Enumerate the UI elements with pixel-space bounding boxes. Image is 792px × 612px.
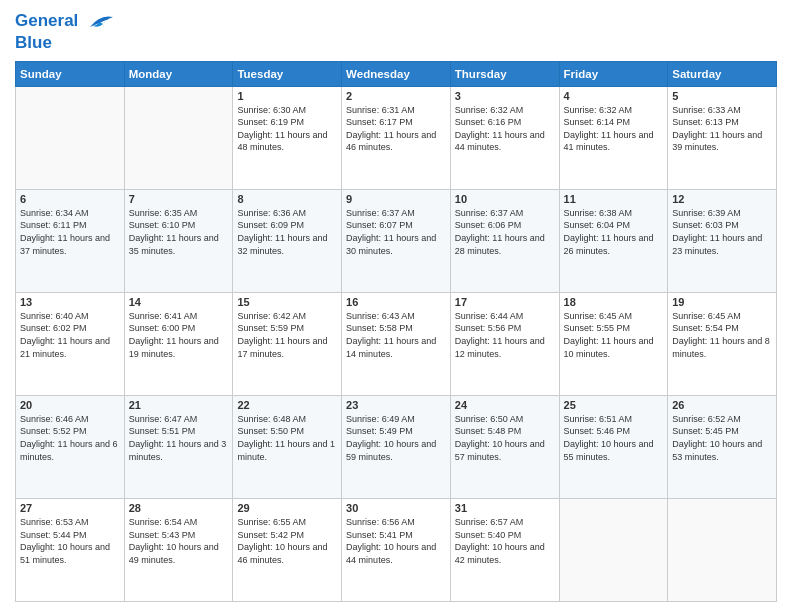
day-number: 23: [346, 399, 446, 411]
day-number: 26: [672, 399, 772, 411]
weekday-monday: Monday: [124, 61, 233, 86]
week-row-5: 27Sunrise: 6:53 AM Sunset: 5:44 PM Dayli…: [16, 498, 777, 601]
week-row-1: 1Sunrise: 6:30 AM Sunset: 6:19 PM Daylig…: [16, 86, 777, 189]
day-number: 3: [455, 90, 555, 102]
weekday-tuesday: Tuesday: [233, 61, 342, 86]
day-number: 15: [237, 296, 337, 308]
day-number: 4: [564, 90, 664, 102]
day-detail: Sunrise: 6:50 AM Sunset: 5:48 PM Dayligh…: [455, 413, 555, 463]
day-number: 1: [237, 90, 337, 102]
calendar-cell: 22Sunrise: 6:48 AM Sunset: 5:50 PM Dayli…: [233, 395, 342, 498]
calendar-cell: 27Sunrise: 6:53 AM Sunset: 5:44 PM Dayli…: [16, 498, 125, 601]
week-row-2: 6Sunrise: 6:34 AM Sunset: 6:11 PM Daylig…: [16, 189, 777, 292]
day-number: 14: [129, 296, 229, 308]
weekday-sunday: Sunday: [16, 61, 125, 86]
day-number: 6: [20, 193, 120, 205]
calendar-cell: 2Sunrise: 6:31 AM Sunset: 6:17 PM Daylig…: [342, 86, 451, 189]
weekday-friday: Friday: [559, 61, 668, 86]
day-detail: Sunrise: 6:57 AM Sunset: 5:40 PM Dayligh…: [455, 516, 555, 566]
day-detail: Sunrise: 6:36 AM Sunset: 6:09 PM Dayligh…: [237, 207, 337, 257]
day-number: 8: [237, 193, 337, 205]
weekday-header-row: SundayMondayTuesdayWednesdayThursdayFrid…: [16, 61, 777, 86]
day-detail: Sunrise: 6:35 AM Sunset: 6:10 PM Dayligh…: [129, 207, 229, 257]
page: General Blue SundayMondayTuesdayWednesda…: [0, 0, 792, 612]
day-detail: Sunrise: 6:46 AM Sunset: 5:52 PM Dayligh…: [20, 413, 120, 463]
day-number: 5: [672, 90, 772, 102]
calendar-cell: 25Sunrise: 6:51 AM Sunset: 5:46 PM Dayli…: [559, 395, 668, 498]
calendar-cell: 3Sunrise: 6:32 AM Sunset: 6:16 PM Daylig…: [450, 86, 559, 189]
day-detail: Sunrise: 6:55 AM Sunset: 5:42 PM Dayligh…: [237, 516, 337, 566]
calendar-cell: 6Sunrise: 6:34 AM Sunset: 6:11 PM Daylig…: [16, 189, 125, 292]
calendar-cell: 19Sunrise: 6:45 AM Sunset: 5:54 PM Dayli…: [668, 292, 777, 395]
calendar-cell: [16, 86, 125, 189]
calendar-cell: 1Sunrise: 6:30 AM Sunset: 6:19 PM Daylig…: [233, 86, 342, 189]
day-number: 25: [564, 399, 664, 411]
header: General Blue: [15, 10, 777, 53]
calendar-cell: 14Sunrise: 6:41 AM Sunset: 6:00 PM Dayli…: [124, 292, 233, 395]
calendar-cell: 29Sunrise: 6:55 AM Sunset: 5:42 PM Dayli…: [233, 498, 342, 601]
day-detail: Sunrise: 6:32 AM Sunset: 6:14 PM Dayligh…: [564, 104, 664, 154]
day-detail: Sunrise: 6:42 AM Sunset: 5:59 PM Dayligh…: [237, 310, 337, 360]
calendar-cell: 4Sunrise: 6:32 AM Sunset: 6:14 PM Daylig…: [559, 86, 668, 189]
calendar-cell: [559, 498, 668, 601]
day-detail: Sunrise: 6:37 AM Sunset: 6:07 PM Dayligh…: [346, 207, 446, 257]
week-row-3: 13Sunrise: 6:40 AM Sunset: 6:02 PM Dayli…: [16, 292, 777, 395]
calendar-cell: 20Sunrise: 6:46 AM Sunset: 5:52 PM Dayli…: [16, 395, 125, 498]
calendar-cell: 17Sunrise: 6:44 AM Sunset: 5:56 PM Dayli…: [450, 292, 559, 395]
calendar-cell: 26Sunrise: 6:52 AM Sunset: 5:45 PM Dayli…: [668, 395, 777, 498]
calendar-cell: 8Sunrise: 6:36 AM Sunset: 6:09 PM Daylig…: [233, 189, 342, 292]
day-number: 10: [455, 193, 555, 205]
day-detail: Sunrise: 6:37 AM Sunset: 6:06 PM Dayligh…: [455, 207, 555, 257]
calendar-cell: 5Sunrise: 6:33 AM Sunset: 6:13 PM Daylig…: [668, 86, 777, 189]
day-number: 21: [129, 399, 229, 411]
day-detail: Sunrise: 6:44 AM Sunset: 5:56 PM Dayligh…: [455, 310, 555, 360]
logo-bird-icon: [85, 10, 115, 34]
day-detail: Sunrise: 6:32 AM Sunset: 6:16 PM Dayligh…: [455, 104, 555, 154]
calendar-cell: 18Sunrise: 6:45 AM Sunset: 5:55 PM Dayli…: [559, 292, 668, 395]
calendar-cell: 21Sunrise: 6:47 AM Sunset: 5:51 PM Dayli…: [124, 395, 233, 498]
day-detail: Sunrise: 6:49 AM Sunset: 5:49 PM Dayligh…: [346, 413, 446, 463]
day-detail: Sunrise: 6:33 AM Sunset: 6:13 PM Dayligh…: [672, 104, 772, 154]
calendar-cell: 12Sunrise: 6:39 AM Sunset: 6:03 PM Dayli…: [668, 189, 777, 292]
day-detail: Sunrise: 6:45 AM Sunset: 5:54 PM Dayligh…: [672, 310, 772, 360]
calendar-cell: 15Sunrise: 6:42 AM Sunset: 5:59 PM Dayli…: [233, 292, 342, 395]
day-detail: Sunrise: 6:31 AM Sunset: 6:17 PM Dayligh…: [346, 104, 446, 154]
day-number: 7: [129, 193, 229, 205]
week-row-4: 20Sunrise: 6:46 AM Sunset: 5:52 PM Dayli…: [16, 395, 777, 498]
day-number: 18: [564, 296, 664, 308]
calendar-cell: 9Sunrise: 6:37 AM Sunset: 6:07 PM Daylig…: [342, 189, 451, 292]
weekday-saturday: Saturday: [668, 61, 777, 86]
logo-blue: Blue: [15, 34, 115, 53]
day-number: 13: [20, 296, 120, 308]
calendar-cell: 11Sunrise: 6:38 AM Sunset: 6:04 PM Dayli…: [559, 189, 668, 292]
day-detail: Sunrise: 6:43 AM Sunset: 5:58 PM Dayligh…: [346, 310, 446, 360]
day-number: 16: [346, 296, 446, 308]
day-number: 19: [672, 296, 772, 308]
day-number: 27: [20, 502, 120, 514]
calendar-cell: 10Sunrise: 6:37 AM Sunset: 6:06 PM Dayli…: [450, 189, 559, 292]
calendar-cell: 13Sunrise: 6:40 AM Sunset: 6:02 PM Dayli…: [16, 292, 125, 395]
calendar-cell: 30Sunrise: 6:56 AM Sunset: 5:41 PM Dayli…: [342, 498, 451, 601]
calendar-cell: 7Sunrise: 6:35 AM Sunset: 6:10 PM Daylig…: [124, 189, 233, 292]
day-number: 9: [346, 193, 446, 205]
day-detail: Sunrise: 6:40 AM Sunset: 6:02 PM Dayligh…: [20, 310, 120, 360]
day-detail: Sunrise: 6:45 AM Sunset: 5:55 PM Dayligh…: [564, 310, 664, 360]
calendar-cell: 24Sunrise: 6:50 AM Sunset: 5:48 PM Dayli…: [450, 395, 559, 498]
day-number: 17: [455, 296, 555, 308]
day-number: 20: [20, 399, 120, 411]
day-detail: Sunrise: 6:52 AM Sunset: 5:45 PM Dayligh…: [672, 413, 772, 463]
calendar-cell: [124, 86, 233, 189]
day-detail: Sunrise: 6:30 AM Sunset: 6:19 PM Dayligh…: [237, 104, 337, 154]
day-number: 28: [129, 502, 229, 514]
day-number: 22: [237, 399, 337, 411]
day-number: 31: [455, 502, 555, 514]
calendar-cell: [668, 498, 777, 601]
day-detail: Sunrise: 6:53 AM Sunset: 5:44 PM Dayligh…: [20, 516, 120, 566]
day-number: 2: [346, 90, 446, 102]
calendar-cell: 23Sunrise: 6:49 AM Sunset: 5:49 PM Dayli…: [342, 395, 451, 498]
calendar-cell: 16Sunrise: 6:43 AM Sunset: 5:58 PM Dayli…: [342, 292, 451, 395]
day-detail: Sunrise: 6:51 AM Sunset: 5:46 PM Dayligh…: [564, 413, 664, 463]
day-number: 30: [346, 502, 446, 514]
day-detail: Sunrise: 6:38 AM Sunset: 6:04 PM Dayligh…: [564, 207, 664, 257]
day-detail: Sunrise: 6:39 AM Sunset: 6:03 PM Dayligh…: [672, 207, 772, 257]
